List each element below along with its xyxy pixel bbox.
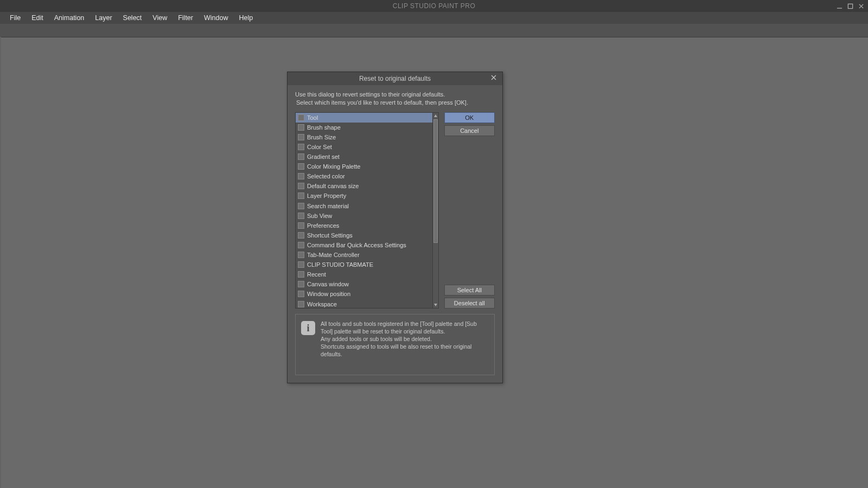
menu-window[interactable]: Window bbox=[199, 12, 233, 23]
checkbox[interactable] bbox=[298, 291, 304, 297]
app-title: CLIP STUDIO PAINT PRO bbox=[393, 2, 476, 10]
menu-view[interactable]: View bbox=[147, 12, 173, 23]
list-item[interactable]: Recent bbox=[296, 269, 432, 279]
list-item[interactable]: Search material bbox=[296, 201, 432, 211]
scroll-down-icon[interactable] bbox=[433, 301, 438, 308]
menu-help[interactable]: Help bbox=[233, 12, 258, 23]
list-item-label: Default canvas size bbox=[307, 183, 359, 189]
list-item-label: Tool bbox=[307, 114, 318, 121]
list-item-label: Sub View bbox=[307, 213, 332, 219]
window-controls bbox=[835, 0, 865, 12]
info-line1: All tools and sub tools registered in th… bbox=[321, 320, 489, 335]
svg-marker-6 bbox=[434, 114, 437, 117]
checkbox[interactable] bbox=[298, 183, 304, 189]
svg-rect-1 bbox=[848, 4, 852, 8]
list-item-label: Brush Size bbox=[307, 134, 336, 140]
dialog-desc-line1: Use this dialog to revert settings to th… bbox=[295, 91, 495, 99]
list-item-label: Command Bar Quick Access Settings bbox=[307, 242, 406, 248]
checkbox[interactable] bbox=[298, 242, 304, 248]
minimize-button[interactable] bbox=[835, 2, 843, 10]
deselect-all-button[interactable]: Deselect all bbox=[444, 298, 495, 309]
reset-defaults-dialog: Reset to original defaults Use this dial… bbox=[287, 72, 503, 383]
list-item-label: Workspace bbox=[307, 301, 337, 307]
list-item[interactable]: Canvas window bbox=[296, 279, 432, 289]
info-box: i All tools and sub tools registered in … bbox=[295, 314, 495, 375]
list-item[interactable]: Selected color bbox=[296, 171, 432, 181]
checkbox[interactable] bbox=[298, 134, 304, 140]
ok-button[interactable]: OK bbox=[444, 112, 495, 123]
checkbox[interactable] bbox=[298, 203, 304, 209]
close-icon[interactable] bbox=[490, 74, 499, 83]
dialog-titlebar[interactable]: Reset to original defaults bbox=[288, 72, 502, 85]
menu-animation[interactable]: Animation bbox=[49, 12, 90, 23]
reset-items-list[interactable]: ToolBrush shapeBrush SizeColor SetGradie… bbox=[295, 112, 433, 309]
menu-layer[interactable]: Layer bbox=[90, 12, 117, 23]
checkbox[interactable] bbox=[298, 192, 304, 199]
list-item[interactable]: Preferences bbox=[296, 221, 432, 230]
checkbox[interactable] bbox=[298, 252, 304, 258]
list-item[interactable]: Tab-Mate Controller bbox=[296, 250, 432, 260]
list-item-label: Brush shape bbox=[307, 124, 341, 131]
list-item[interactable]: Sub View bbox=[296, 211, 432, 221]
checkbox[interactable] bbox=[298, 173, 304, 179]
checkbox[interactable] bbox=[298, 144, 304, 150]
checkbox[interactable] bbox=[298, 124, 304, 131]
app-titlebar: CLIP STUDIO PAINT PRO bbox=[0, 0, 868, 12]
list-item[interactable]: Color Mixing Palette bbox=[296, 162, 432, 171]
dialog-body: Use this dialog to revert settings to th… bbox=[288, 85, 502, 383]
list-item[interactable]: Color Set bbox=[296, 142, 432, 152]
checkbox[interactable] bbox=[298, 153, 304, 160]
list-item-label: Recent bbox=[307, 271, 326, 278]
checkbox[interactable] bbox=[298, 114, 304, 121]
menu-filter[interactable]: Filter bbox=[173, 12, 199, 23]
list-item[interactable]: Command Bar Quick Access Settings bbox=[296, 240, 432, 250]
toolbar-strip bbox=[0, 24, 868, 37]
list-item[interactable]: Brush Size bbox=[296, 132, 432, 142]
maximize-button[interactable] bbox=[846, 2, 854, 10]
list-item-label: Search material bbox=[307, 203, 349, 209]
list-item[interactable]: Tool bbox=[296, 113, 432, 123]
cancel-button[interactable]: Cancel bbox=[444, 125, 495, 136]
list-item-label: Selected color bbox=[307, 173, 345, 179]
list-item-label: Tab-Mate Controller bbox=[307, 252, 360, 258]
dialog-desc-line2: Select which items you'd like to revert … bbox=[295, 99, 495, 107]
list-item-label: Gradient set bbox=[307, 153, 340, 160]
menu-file[interactable]: File bbox=[4, 12, 26, 23]
list-item-label: Window position bbox=[307, 291, 350, 297]
list-item[interactable]: Shortcut Settings bbox=[296, 230, 432, 240]
list-item[interactable]: Default canvas size bbox=[296, 181, 432, 191]
list-item-label: Layer Property bbox=[307, 192, 346, 199]
info-line3: Shortcuts assigned to tools will be also… bbox=[321, 343, 489, 358]
checkbox[interactable] bbox=[298, 281, 304, 287]
checkbox[interactable] bbox=[298, 222, 304, 229]
list-item[interactable]: Brush shape bbox=[296, 123, 432, 132]
list-item[interactable]: Gradient set bbox=[296, 152, 432, 162]
checkbox[interactable] bbox=[298, 163, 304, 170]
menubar: File Edit Animation Layer Select View Fi… bbox=[0, 12, 868, 24]
scroll-up-icon[interactable] bbox=[433, 113, 438, 119]
checkbox[interactable] bbox=[298, 301, 304, 307]
list-item[interactable]: Workspace bbox=[296, 299, 432, 308]
close-button[interactable] bbox=[857, 2, 865, 10]
list-item-label: Shortcut Settings bbox=[307, 232, 353, 239]
checkbox[interactable] bbox=[298, 261, 304, 268]
list-item[interactable]: CLIP STUDIO TABMATE bbox=[296, 260, 432, 269]
scroll-thumb[interactable] bbox=[433, 119, 438, 243]
list-item-label: Preferences bbox=[307, 222, 339, 229]
dialog-title: Reset to original defaults bbox=[359, 75, 431, 82]
list-item-label: Canvas window bbox=[307, 281, 349, 287]
checkbox[interactable] bbox=[298, 232, 304, 239]
select-all-button[interactable]: Select All bbox=[444, 285, 495, 296]
scrollbar[interactable] bbox=[432, 112, 439, 309]
menu-select[interactable]: Select bbox=[118, 12, 148, 23]
info-text: All tools and sub tools registered in th… bbox=[321, 320, 489, 358]
list-item-label: Color Set bbox=[307, 144, 332, 150]
list-item[interactable]: Layer Property bbox=[296, 191, 432, 201]
list-item[interactable]: Window position bbox=[296, 289, 432, 299]
svg-marker-7 bbox=[434, 304, 437, 306]
list-item-label: CLIP STUDIO TABMATE bbox=[307, 261, 373, 268]
menu-edit[interactable]: Edit bbox=[26, 12, 49, 23]
checkbox[interactable] bbox=[298, 271, 304, 278]
info-line2: Any added tools or sub tools will be del… bbox=[321, 335, 489, 343]
checkbox[interactable] bbox=[298, 213, 304, 219]
